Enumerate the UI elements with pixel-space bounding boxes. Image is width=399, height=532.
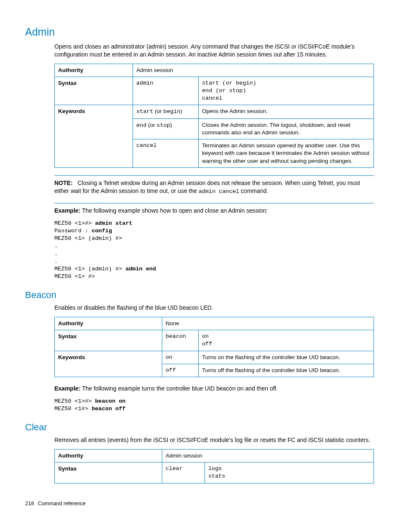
footer-title: Command reference [38, 501, 86, 506]
admin-note: NOTE: Closing a Telnet window during an … [54, 179, 374, 195]
table-row: Authority Admin session [55, 450, 374, 463]
cell-authority-label: Authority [55, 450, 162, 463]
cell-kw1-cmd: on [162, 351, 199, 364]
page-number: 218 [25, 501, 34, 506]
cell-kw2-desc: Closes the Admin session. The logout, sh… [199, 118, 374, 139]
cell-kw3-desc: Terminates an Admin session opened by an… [199, 139, 374, 168]
cell-syntax-label: Syntax [55, 463, 162, 483]
example-label: Example: [54, 385, 80, 392]
cell-syntax-args: logs stats [205, 463, 374, 483]
cell-authority-label: Authority [55, 64, 133, 77]
cell-syntax-label: Syntax [55, 77, 133, 105]
cell-keywords-label: Keywords [55, 351, 162, 377]
page-footer: 218Command reference [25, 500, 374, 507]
cell-kw2-desc: Turns off the flashing of the controller… [199, 364, 374, 377]
cell-syntax-args: start (or begin) end (or stop) cancel [199, 77, 374, 105]
example-text: The following example shows how to open … [80, 207, 268, 214]
admin-example-line: Example: The following example shows how… [54, 207, 374, 215]
cell-authority-label: Authority [55, 317, 162, 330]
admin-code-block: MEZ50 <1>#> admin start Password : confi… [54, 220, 374, 281]
section-heading-clear: Clear [25, 421, 374, 434]
beacon-intro: Enables or disables the flashing of the … [54, 304, 374, 312]
section-heading-beacon: Beacon [25, 289, 374, 301]
cell-authority-val: Admin session [162, 450, 374, 463]
table-row: Syntax beacon on off [55, 330, 374, 351]
cell-authority-val: Admin session [133, 64, 374, 77]
clear-table: Authority Admin session Syntax clear log… [54, 449, 374, 483]
table-row: Authority Admin session [55, 64, 374, 77]
cell-authority-val: None [162, 317, 374, 330]
clear-intro: Removes all entries (events) from the iS… [54, 436, 374, 444]
beacon-example-line: Example: The following example turns the… [54, 385, 374, 393]
cell-syntax-cmd: beacon [162, 330, 199, 351]
note-text-b: command. [239, 188, 268, 194]
example-label: Example: [54, 207, 80, 214]
beacon-table: Authority None Syntax beacon on off Keyw… [54, 317, 374, 377]
cell-syntax-cmd: clear [162, 463, 205, 483]
admin-table: Authority Admin session Syntax admin sta… [54, 64, 374, 168]
table-row: Keywords on Turns on the flashing of the… [55, 351, 374, 364]
beacon-code-block: MEZ50 <1>#> beacon on MEZ50 <1#> beacon … [54, 398, 374, 413]
cell-syntax-cmd: admin [133, 77, 199, 105]
example-text: The following example turns the controll… [80, 385, 278, 392]
admin-intro: Opens and closes an administrator (admin… [54, 43, 374, 59]
table-row: Syntax admin start (or begin) end (or st… [55, 77, 374, 105]
cell-kw1-desc: Turns on the flashing of the controller … [199, 351, 374, 364]
table-row: Keywords start (or begin) Opens the Admi… [55, 105, 374, 118]
cell-syntax-args: on off [199, 330, 374, 351]
cell-kw1-cmd: start (or begin) [133, 105, 199, 118]
cell-keywords-label: Keywords [55, 105, 133, 167]
cell-kw1-desc: Opens the Admin session. [199, 105, 374, 118]
note-rule-bottom [54, 203, 374, 203]
note-rule-top [54, 175, 374, 176]
note-label: NOTE: [54, 180, 73, 186]
cell-kw2-cmd: off [162, 364, 199, 377]
table-row: Authority None [55, 317, 374, 330]
cell-syntax-label: Syntax [55, 330, 162, 351]
cell-kw3-cmd: cancel [133, 139, 199, 168]
note-code: admin cancel [199, 188, 239, 195]
section-heading-admin: Admin [25, 25, 374, 39]
cell-kw2-cmd: end (or stop) [133, 118, 199, 139]
table-row: Syntax clear logs stats [55, 463, 374, 483]
